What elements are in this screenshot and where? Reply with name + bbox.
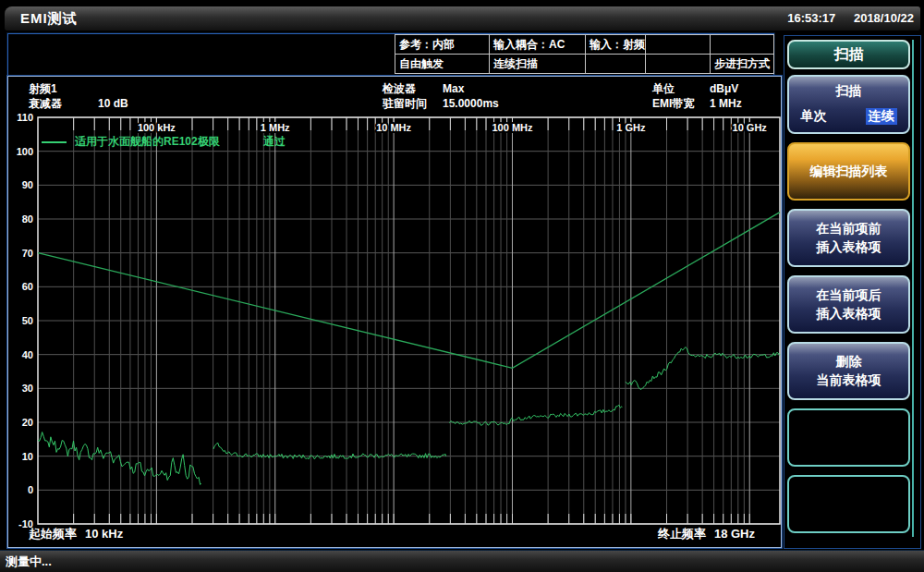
rf-input-label: 射频1 [29,81,57,97]
svg-text:0: 0 [28,484,33,495]
legend-line-swatch [42,141,67,143]
setting-sweep-mode: 连续扫描 [490,55,586,74]
svg-text:20: 20 [22,417,33,428]
svg-text:70: 70 [22,248,33,259]
sidebar-accent-line [912,40,914,537]
status-bar: 测量中... [0,550,924,572]
svg-text:90: 90 [22,179,33,190]
setting-input-coupling: 输入耦合：AC [490,35,586,55]
option-continuous-sweep[interactable]: 连续 [866,108,897,125]
stop-frequency-readout: 终止频率18 GHz [658,526,755,542]
insert-after-current-button[interactable]: 在当前项后 插入表格项 [787,275,910,334]
svg-text:60: 60 [22,281,33,292]
spectrum-plot: -100102030405060708090100110100 kHz1 MHz… [8,112,783,529]
svg-text:10 GHz: 10 GHz [733,122,768,133]
setting-empty-cell [586,55,646,74]
start-frequency-label: 起始频率 [29,527,77,541]
dwell-time-label: 驻留时间 [383,96,443,112]
svg-text:1 MHz: 1 MHz [261,122,290,133]
button-label-line2: 当前表格项 [817,371,881,390]
unit-label: 单位 [652,81,710,97]
attenuator-label: 衰减器 [29,96,98,112]
setting-step-sweep: 步进扫方式 [711,55,774,74]
button-label-line2: 插入表格项 [817,238,881,257]
svg-text:10: 10 [22,451,33,462]
sweep-mode-label: 扫描 [836,83,862,100]
menu-title-sweep[interactable]: 扫描 [787,40,910,69]
setting-input: 输入：射频 [586,35,646,55]
setting-empty-cell [646,55,711,74]
svg-text:40: 40 [22,349,33,360]
button-label-line2: 插入表格项 [817,305,881,323]
svg-text:10 MHz: 10 MHz [376,122,411,133]
unit-readout: 单位dBμV [652,81,738,97]
attenuator-value: 10 dB [98,97,128,110]
softkey-empty-1[interactable] [787,408,910,467]
sweep-mode-options: 单次 连续 [801,108,897,125]
unit-value: dBμV [710,82,738,95]
stop-frequency-label: 终止频率 [658,527,706,541]
stop-frequency-value: 18 GHz [714,527,755,541]
setting-trigger: 自由触发 [395,55,490,74]
svg-text:100: 100 [17,146,33,157]
svg-text:100 kHz: 100 kHz [138,122,176,133]
legend-label: 适用于水面舰船的RE102极限 [75,134,220,150]
settings-table: 参考：内部 输入耦合：AC 输入：射频 自由触发 连续扫描 步进扫方式 [395,34,774,74]
status-text: 测量中... [6,554,52,570]
button-label-line1: 在当前项后 [817,286,881,305]
date-text: 2018/10/22 [854,11,914,25]
svg-text:30: 30 [22,383,33,394]
clock: 16:53:17 2018/10/22 [787,11,914,25]
button-label-line1: 删除 [836,353,862,371]
insert-before-current-button[interactable]: 在当前项前 插入表格项 [787,209,910,267]
detector-readout: 检波器Max [383,81,464,97]
chart-panel: 射频1 衰减器10 dB 检波器Max 驻留时间15.0000ms 单位dBμV… [7,76,782,548]
start-frequency-value: 10 kHz [85,527,123,541]
page-title: EMI测试 [20,10,78,28]
setting-empty-cell [711,35,774,55]
setting-reference: 参考：内部 [395,35,490,55]
option-single-sweep[interactable]: 单次 [801,108,827,125]
setting-empty-cell [646,35,711,55]
detector-value: Max [443,82,464,95]
svg-text:110: 110 [17,112,33,123]
sidebar-menu: 扫描 扫描 单次 连续 编辑扫描列表 在当前项前 插入表格项 在当前项后 插入表… [784,35,921,549]
title-bar: EMI测试 16:53:17 2018/10/22 [5,6,920,30]
pass-status: 通过 [263,134,286,150]
emi-bandwidth-value: 1 MHz [710,97,742,110]
svg-text:100 MHz: 100 MHz [492,122,533,133]
svg-text:50: 50 [22,315,33,326]
edit-sweep-list-button[interactable]: 编辑扫描列表 [787,142,910,201]
measurement-settings-header: 参考：内部 输入耦合：AC 输入：射频 自由触发 连续扫描 步进扫方式 [7,33,774,76]
emi-bandwidth-label: EMI带宽 [652,96,710,112]
emi-bandwidth-readout: EMI带宽1 MHz [652,96,742,112]
svg-text:80: 80 [22,213,33,225]
limit-legend: 适用于水面舰船的RE102极限 [42,134,220,150]
button-label-line1: 在当前项前 [817,220,881,238]
sweep-mode-button[interactable]: 扫描 单次 连续 [787,75,910,134]
start-frequency-readout: 起始频率10 kHz [29,526,123,542]
dwell-time-readout: 驻留时间15.0000ms [383,96,499,112]
time-text: 16:53:17 [787,11,835,25]
attenuator-readout: 衰减器10 dB [29,96,128,112]
button-label: 编辑扫描列表 [810,163,888,181]
menu-title-label: 扫描 [834,45,864,65]
dwell-time-value: 15.0000ms [443,97,499,110]
detector-label: 检波器 [383,81,443,97]
softkey-empty-2[interactable] [787,475,910,533]
svg-text:1 GHz: 1 GHz [616,122,646,133]
delete-current-row-button[interactable]: 删除 当前表格项 [787,342,910,400]
